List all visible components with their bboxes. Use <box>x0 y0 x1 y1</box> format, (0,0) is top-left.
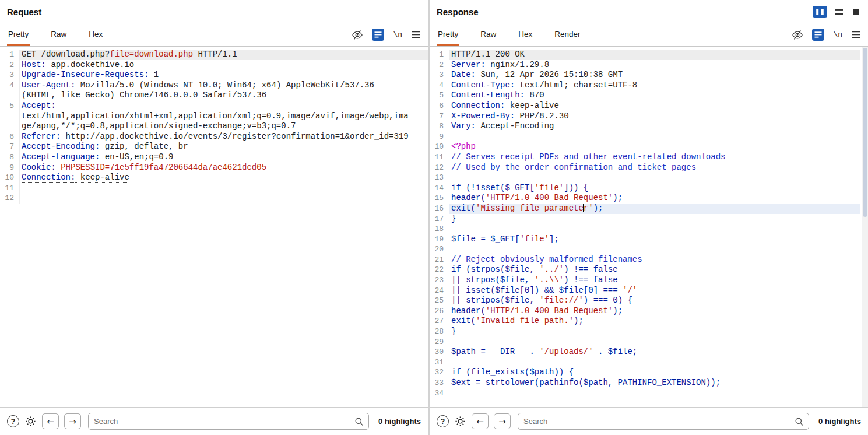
line-text[interactable]: || isset($file[0]) && $file[0] === '/' <box>449 286 860 296</box>
line-text[interactable]: Vary: Accept-Encoding <box>449 121 860 132</box>
line-text[interactable]: Host: app.dockethive.io <box>20 60 428 71</box>
response-editor[interactable]: 1HTTP/1.1 200 OK2Server: nginx/1.29.83Da… <box>430 47 868 407</box>
line-text[interactable]: ge/apng,*/*;q=0.8,application/signed-exc… <box>20 121 428 132</box>
line-number: 8 <box>0 152 20 163</box>
gear-icon[interactable] <box>24 415 37 427</box>
next-match-button[interactable]: → <box>494 413 511 429</box>
line-text[interactable]: exit('Missing file parameter'); <box>449 204 860 214</box>
search-input[interactable] <box>518 413 809 430</box>
newline-characters-icon[interactable]: \n <box>833 30 842 39</box>
line-text[interactable] <box>20 183 428 194</box>
line-text[interactable]: HTTP/1.1 200 OK <box>449 50 860 60</box>
line-text[interactable]: if (file_exists($path)) { <box>449 367 860 378</box>
line-text[interactable]: Referer: http://app.dockethive.io/events… <box>20 132 428 142</box>
line-number: 1 <box>430 50 449 60</box>
line-text[interactable]: Accept-Encoding: gzip, deflate, br <box>20 142 428 152</box>
line-number: 14 <box>430 183 449 194</box>
line-text[interactable]: Content-Length: 870 <box>449 90 860 101</box>
tab-raw[interactable]: Raw <box>50 23 68 46</box>
response-editor-icons: \n <box>792 23 861 46</box>
line-text[interactable]: $file = $_GET['file']; <box>449 234 860 245</box>
line-number: 30 <box>430 347 449 357</box>
columns-layout-button[interactable] <box>813 6 827 18</box>
code-line: 6Referer: http://app.dockethive.io/event… <box>0 132 428 142</box>
line-text[interactable]: Connection: keep-alive <box>20 173 428 183</box>
line-text[interactable]: } <box>449 327 860 337</box>
line-text[interactable]: (KHTML, like Gecko) Chrome/146.0.0.0 Saf… <box>20 90 428 101</box>
tab-pretty[interactable]: Pretty <box>437 23 459 46</box>
line-text[interactable]: X-Powered-By: PHP/8.2.30 <box>449 111 860 122</box>
request-editor[interactable]: 1GET /download.php?file=download.php HTT… <box>0 47 428 407</box>
line-text[interactable]: // Used by the order confirmation and ti… <box>449 163 860 173</box>
line-number: 19 <box>430 234 449 245</box>
code-line: 26header('HTTP/1.0 400 Bad Request'); <box>430 306 860 317</box>
line-text[interactable]: if (strpos($file, '../') !== false <box>449 265 860 275</box>
tab-raw[interactable]: Raw <box>479 23 497 46</box>
eye-slash-icon[interactable] <box>352 29 363 41</box>
line-text[interactable]: // Reject obviously malformed filenames <box>449 255 860 265</box>
line-text[interactable]: text/html,application/xhtml+xml,applicat… <box>20 111 428 122</box>
line-text[interactable] <box>449 357 860 368</box>
newline-characters-icon[interactable]: \n <box>393 30 402 39</box>
line-number: 28 <box>430 327 449 337</box>
line-text[interactable]: // Serves receipt PDFs and other event-r… <box>449 152 860 163</box>
line-text[interactable]: Cookie: PHPSESSID=71e5ff19fa47206644da7a… <box>20 163 428 173</box>
search-input[interactable] <box>88 413 369 430</box>
rows-layout-button[interactable] <box>834 6 845 17</box>
line-text[interactable] <box>449 388 860 399</box>
line-text[interactable]: $path = __DIR__ . '/uploads/' . $file; <box>449 347 860 357</box>
prev-match-button[interactable]: ← <box>42 413 59 429</box>
line-text[interactable]: $ext = strtolower(pathinfo($path, PATHIN… <box>449 378 860 388</box>
line-text[interactable]: if (!isset($_GET['file'])) { <box>449 183 860 194</box>
tab-hex[interactable]: Hex <box>87 23 104 46</box>
help-icon[interactable]: ? <box>437 415 449 427</box>
code-line: 2Host: app.dockethive.io <box>0 60 428 71</box>
line-text[interactable]: User-Agent: Mozilla/5.0 (Windows NT 10.0… <box>20 80 428 91</box>
line-text[interactable]: || stripos($file, 'file://') === 0) { <box>449 296 860 306</box>
single-view-layout-button[interactable] <box>851 7 861 17</box>
help-icon[interactable]: ? <box>7 415 19 427</box>
http-message-viewer: Request PrettyRawHex <box>0 0 868 435</box>
line-text[interactable] <box>449 173 860 183</box>
line-text[interactable]: || strpos($file, '..\\') !== false <box>449 275 860 286</box>
prev-match-button[interactable]: ← <box>472 413 489 429</box>
tab-render[interactable]: Render <box>553 23 581 46</box>
line-text[interactable]: Content-Type: text/html; charset=UTF-8 <box>449 80 860 91</box>
line-text[interactable] <box>449 224 860 234</box>
request-panel: Request PrettyRawHex <box>0 0 428 435</box>
code-line: 17} <box>430 214 860 224</box>
code-line: 15header('HTTP/1.0 400 Bad Request'); <box>430 193 860 204</box>
line-text[interactable]: header('HTTP/1.0 400 Bad Request'); <box>449 193 860 204</box>
line-text[interactable]: Connection: keep-alive <box>449 101 860 111</box>
line-number: 3 <box>0 70 20 80</box>
wrap-lines-icon[interactable] <box>812 29 824 41</box>
next-match-button[interactable]: → <box>64 413 81 429</box>
line-text[interactable]: header('HTTP/1.0 400 Bad Request'); <box>449 306 860 317</box>
line-text[interactable]: Accept: <box>20 101 428 111</box>
gear-icon[interactable] <box>454 415 466 427</box>
line-text[interactable]: GET /download.php?file=download.php HTTP… <box>20 50 428 60</box>
request-search-bar: ? ← → 0 highlights <box>0 407 428 435</box>
line-text[interactable] <box>449 244 860 255</box>
hamburger-menu-icon[interactable] <box>411 30 421 39</box>
response-scrollbar[interactable] <box>862 47 868 407</box>
line-text[interactable]: exit('Invalid file path.'); <box>449 316 860 327</box>
line-text[interactable] <box>449 337 860 348</box>
scrollbar-thumb[interactable] <box>863 48 867 217</box>
line-text[interactable] <box>449 132 860 142</box>
eye-slash-icon[interactable] <box>792 29 803 41</box>
line-text[interactable]: <?php <box>449 142 860 152</box>
line-text[interactable]: Accept-Language: en-US,en;q=0.9 <box>20 152 428 163</box>
tab-hex[interactable]: Hex <box>517 23 533 46</box>
line-text[interactable]: } <box>449 214 860 224</box>
code-line: 12// Used by the order confirmation and … <box>430 163 860 173</box>
line-text[interactable]: Upgrade-Insecure-Requests: 1 <box>20 70 428 80</box>
wrap-lines-icon[interactable] <box>372 29 384 41</box>
code-line: (KHTML, like Gecko) Chrome/146.0.0.0 Saf… <box>0 90 428 101</box>
hamburger-menu-icon[interactable] <box>851 30 861 39</box>
line-text[interactable]: Date: Sun, 12 Apr 2026 15:10:38 GMT <box>449 70 860 80</box>
tab-pretty[interactable]: Pretty <box>7 23 30 46</box>
response-tabbar: PrettyRawHexRender <box>430 23 868 47</box>
line-text[interactable] <box>20 193 428 204</box>
line-text[interactable]: Server: nginx/1.29.8 <box>449 60 860 71</box>
